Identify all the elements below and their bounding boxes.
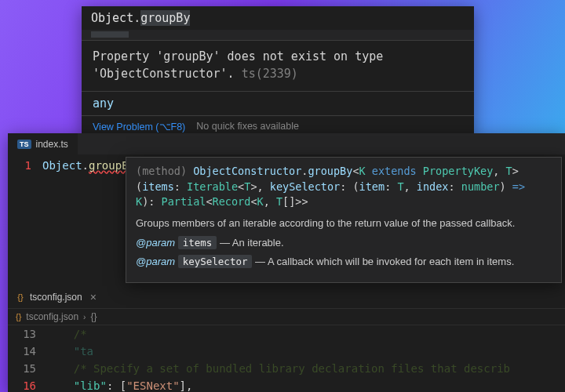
tab-index-ts[interactable]: TS index.ts (8, 133, 78, 154)
doc-param-items: @param items — An iterable. (136, 236, 552, 251)
error-hover-panel: Object.groupBy Property 'groupBy' does n… (82, 6, 474, 137)
json-icon: {} (16, 312, 21, 321)
line-number-1: 1 (8, 157, 42, 174)
line-number: 13 (8, 325, 47, 343)
no-quick-fix-label: No quick fixes available (196, 121, 299, 132)
close-icon[interactable]: × (90, 291, 97, 303)
code-content: /* (47, 325, 565, 343)
code-content: /* Specify a set of bundled library decl… (47, 360, 565, 377)
tab-label-tsconfig: tsconfig.json (30, 292, 82, 303)
tsconfig-code-area[interactable]: 13 /* 14 "ta 15 /* Specify a set of bund… (8, 325, 565, 392)
tab-tsconfig[interactable]: {} tsconfig.json × (8, 286, 104, 308)
param-desc-items: — An iterable. (217, 237, 283, 249)
error-code-line: Object.groupBy (82, 6, 474, 30)
error-message-line1: Property 'groupBy' does not exist on typ… (93, 49, 383, 64)
error-inferred-type: any (82, 92, 474, 116)
code-content: "lib": ["ESNext"], (47, 377, 565, 392)
code-token-dot: . (133, 11, 140, 25)
token-object: Object (42, 159, 82, 172)
error-selection-bar (82, 30, 474, 41)
error-message: Property 'groupBy' does not exist on typ… (82, 41, 474, 92)
signature-doc-panel: (method) ObjectConstructor.groupBy<K ext… (126, 157, 562, 283)
code-token-object: Object (91, 11, 133, 25)
tsconfig-line-15[interactable]: 15 /* Specify a set of bundled library d… (8, 360, 565, 377)
token-dot: . (82, 159, 89, 172)
param-tag: @param (136, 237, 175, 249)
doc-param-keyselector: @param keySelector — A callback which wi… (136, 255, 552, 270)
tsconfig-tab-strip: {} tsconfig.json × (8, 286, 104, 308)
error-message-line2: 'ObjectConstructor'. (93, 67, 235, 81)
param-desc-keyselector: — A callback which will be invoked for e… (252, 256, 514, 267)
tsconfig-line-16[interactable]: 16 "lib": ["ESNext"], (8, 377, 565, 392)
doc-description: Groups members of an iterable according … (136, 216, 552, 231)
line-number: 16 (8, 377, 47, 392)
error-code: ts(2339) (242, 67, 298, 81)
param-name-items: items (178, 236, 217, 249)
code-content: "ta (47, 343, 565, 360)
view-problem-link[interactable]: View Problem (⌥F8) (93, 121, 185, 132)
chevron-right-icon: › (83, 313, 86, 321)
tab-label: index.ts (36, 139, 68, 150)
signature-block: (method) ObjectConstructor.groupBy<K ext… (136, 164, 552, 210)
code-token-method: groupBy (140, 10, 190, 26)
editor-window: TS index.ts 1 Object.groupBy (method) Ob… (8, 133, 565, 392)
breadcrumb-scope[interactable]: {} (90, 311, 97, 322)
tsconfig-line-14[interactable]: 14 "ta (8, 343, 565, 360)
tab-strip: TS index.ts (8, 133, 565, 155)
breadcrumb-file[interactable]: tsconfig.json (26, 311, 78, 322)
param-tag: @param (136, 256, 175, 267)
line-number: 15 (8, 360, 47, 377)
param-name-keyselector: keySelector (178, 255, 253, 268)
typescript-icon: TS (17, 140, 31, 149)
tsconfig-line-13[interactable]: 13 /* (8, 325, 565, 343)
breadcrumb[interactable]: {} tsconfig.json › {} (8, 308, 565, 325)
doc-body: Groups members of an iterable according … (136, 216, 552, 270)
json-icon: {} (16, 292, 25, 302)
line-number: 14 (8, 343, 47, 360)
